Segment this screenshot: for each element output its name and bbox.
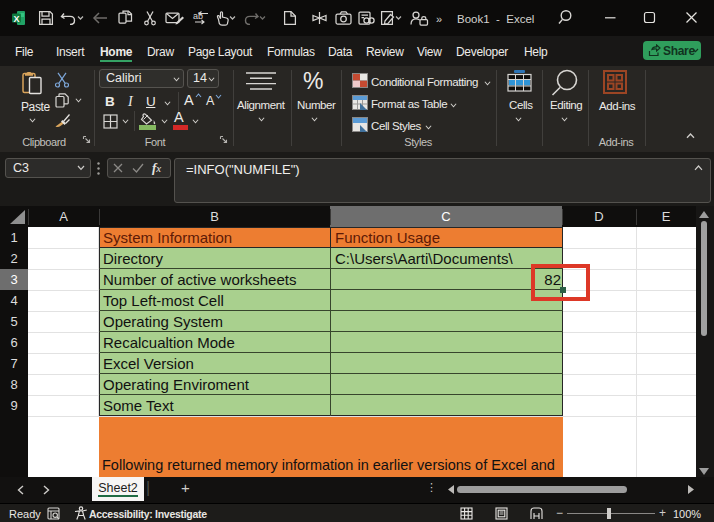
- svg-text:»: »: [436, 13, 442, 25]
- svg-text:X: X: [14, 14, 20, 24]
- svg-text:Book1 - Excel: Book1 - Excel: [457, 13, 534, 25]
